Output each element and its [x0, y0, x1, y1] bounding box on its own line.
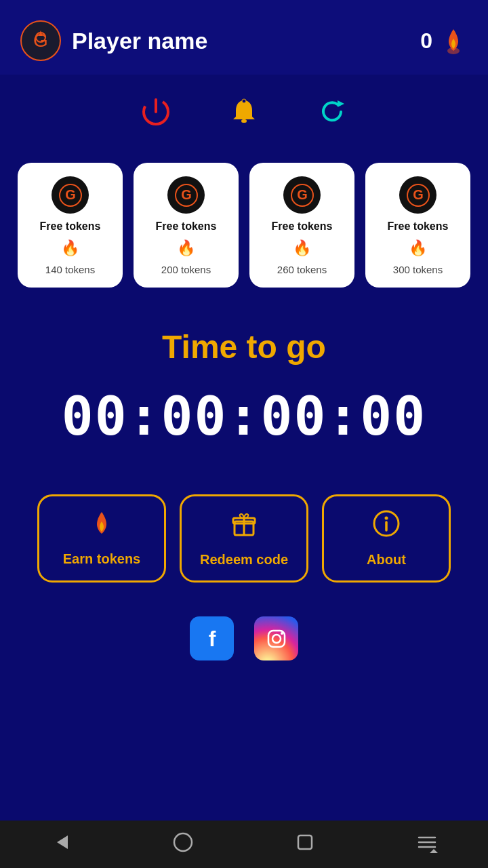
- about-button[interactable]: About: [322, 494, 451, 583]
- card-title-3: Free tokens: [388, 220, 449, 233]
- card-fire-icon-1: 🔥: [177, 239, 195, 257]
- controls-row: [0, 75, 488, 149]
- redeem-code-label: Redeem code: [200, 552, 288, 568]
- bell-button[interactable]: [227, 95, 261, 136]
- card-brand-icon-1: G: [174, 183, 199, 208]
- svg-text:G: G: [181, 187, 192, 202]
- svg-rect-29: [298, 835, 312, 849]
- token-card-2[interactable]: G Free tokens 🔥 260 tokens: [249, 163, 354, 288]
- info-svg: [372, 509, 401, 538]
- svg-point-7: [242, 99, 246, 103]
- card-tokens-0: 140 tokens: [45, 264, 95, 275]
- card-logo-1: G: [167, 176, 205, 214]
- card-tokens-1: 200 tokens: [161, 264, 211, 275]
- app-logo: G: [20, 20, 61, 61]
- card-title-0: Free tokens: [40, 220, 101, 233]
- card-tokens-3: 300 tokens: [393, 264, 443, 275]
- home-nav-button[interactable]: [172, 831, 194, 858]
- svg-point-28: [174, 833, 192, 851]
- svg-marker-8: [338, 100, 344, 107]
- action-buttons-row: Earn tokens Redeem code About: [0, 460, 488, 603]
- player-name: Player name: [72, 28, 207, 54]
- svg-point-26: [281, 632, 283, 635]
- svg-point-22: [385, 517, 388, 520]
- card-logo-2: G: [283, 176, 321, 214]
- redeem-code-button[interactable]: Redeem code: [180, 494, 308, 583]
- token-count: 0: [420, 28, 432, 54]
- token-card-3[interactable]: G Free tokens 🔥 300 tokens: [365, 163, 470, 288]
- bell-icon: [227, 95, 261, 129]
- earn-tokens-label: Earn tokens: [63, 551, 140, 567]
- refresh-icon: [315, 95, 349, 129]
- card-fire-icon-0: 🔥: [61, 239, 79, 257]
- back-nav-icon: [50, 831, 72, 853]
- card-fire-icon-3: 🔥: [409, 239, 427, 257]
- earn-tokens-button[interactable]: Earn tokens: [37, 494, 166, 583]
- earn-flame-svg: [88, 510, 115, 537]
- menu-nav-button[interactable]: [416, 831, 438, 858]
- card-brand-icon-0: G: [58, 183, 83, 208]
- card-logo-3: G: [399, 176, 436, 214]
- svg-marker-27: [57, 835, 68, 849]
- facebook-button[interactable]: f: [190, 616, 234, 660]
- svg-text:G: G: [413, 187, 424, 202]
- bottom-nav: [0, 821, 488, 868]
- time-section: Time to go 00:00:00:00: [0, 308, 488, 460]
- info-icon: [372, 509, 401, 544]
- timer-display: 00:00:00:00: [62, 386, 427, 447]
- home-nav-icon: [172, 831, 194, 853]
- card-tokens-2: 260 tokens: [277, 264, 327, 275]
- power-icon: [139, 95, 173, 129]
- square-nav-icon: [294, 831, 316, 853]
- menu-nav-icon: [416, 831, 438, 853]
- refresh-button[interactable]: [315, 95, 349, 136]
- card-logo-0: G: [52, 176, 89, 214]
- back-nav-button[interactable]: [50, 831, 72, 858]
- instagram-icon: [264, 626, 289, 652]
- header-right: 0: [420, 26, 468, 55]
- social-row: f: [0, 603, 488, 681]
- facebook-icon: f: [199, 626, 225, 652]
- card-title-1: Free tokens: [156, 220, 217, 233]
- svg-marker-33: [430, 849, 438, 853]
- square-nav-button[interactable]: [294, 831, 316, 858]
- token-card-0[interactable]: G Free tokens 🔥 140 tokens: [18, 163, 123, 288]
- about-label: About: [367, 552, 406, 568]
- svg-text:f: f: [208, 627, 216, 651]
- token-cards-row: G Free tokens 🔥 140 tokens G Free tokens…: [0, 149, 488, 308]
- card-brand-icon-3: G: [406, 183, 430, 208]
- earn-fire-icon: [88, 510, 115, 543]
- power-button[interactable]: [139, 95, 173, 136]
- header: G Player name 0: [0, 0, 488, 75]
- instagram-button[interactable]: [254, 616, 298, 660]
- gift-svg: [230, 509, 258, 538]
- card-title-2: Free tokens: [272, 220, 333, 233]
- svg-rect-6: [241, 119, 247, 123]
- card-brand-icon-2: G: [290, 183, 314, 208]
- card-fire-icon-2: 🔥: [293, 239, 311, 257]
- header-flame-icon: [439, 26, 468, 55]
- svg-text:G: G: [297, 187, 308, 202]
- header-left: G Player name: [20, 20, 207, 61]
- time-label: Time to go: [162, 328, 326, 366]
- svg-text:G: G: [65, 187, 76, 202]
- svg-point-25: [272, 635, 281, 643]
- token-card-1[interactable]: G Free tokens 🔥 200 tokens: [134, 163, 239, 288]
- gift-icon: [230, 509, 258, 544]
